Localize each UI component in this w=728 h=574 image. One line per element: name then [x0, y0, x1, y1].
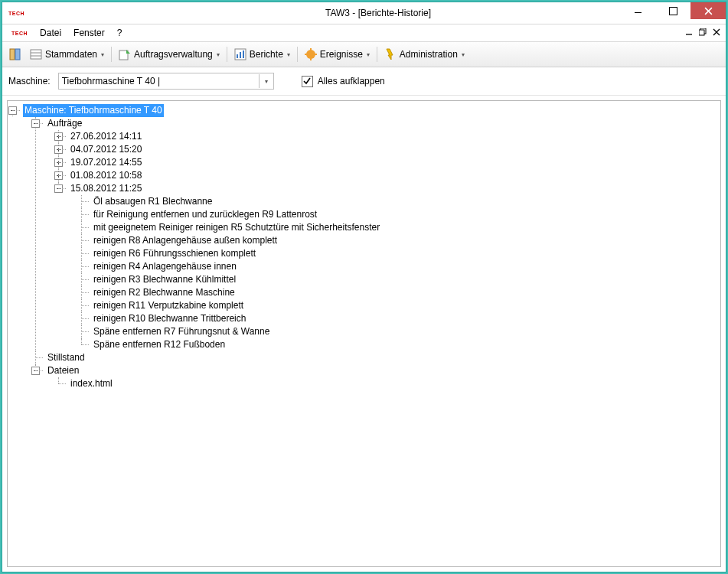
menu-help[interactable]: ?: [111, 25, 129, 41]
toolbar-stammdaten-icon1[interactable]: [5, 46, 25, 63]
mdi-close-button[interactable]: [710, 26, 723, 38]
tree-file[interactable]: index.html: [69, 377, 114, 390]
tree-auftraege[interactable]: Aufträge: [46, 117, 83, 130]
machine-dropdown-button[interactable]: ▾: [259, 74, 273, 88]
machine-combo[interactable]: ▾: [58, 73, 274, 90]
tree-task[interactable]: Öl absaugen R1 Blechwanne: [92, 195, 214, 208]
tree-date[interactable]: 04.07.2012 15:20: [69, 143, 143, 156]
machine-label: Maschine:: [8, 76, 51, 86]
toolbar-administration-label: Administration: [400, 49, 458, 60]
tree-task[interactable]: reinigen R6 Führungsschienen komplett: [92, 247, 257, 260]
toolbar-auftragsverwaltung-label: Auftragsverwaltung: [134, 49, 213, 60]
svg-rect-2: [699, 30, 704, 35]
minimize-button[interactable]: [620, 2, 655, 19]
tree-dateien[interactable]: Dateien: [46, 364, 80, 377]
tree-toggle[interactable]: +: [54, 158, 63, 167]
close-button[interactable]: [690, 2, 726, 19]
app-logo-small: TECH: [5, 31, 34, 36]
tree-task[interactable]: reinigen R2 Blechwanne Maschine: [92, 286, 237, 299]
toolbar-stammdaten-label: Stammdaten: [45, 49, 97, 60]
tree-task[interactable]: reinigen R3 Blechwanne Kühlmittel: [92, 273, 237, 286]
tree-task[interactable]: Späne entfernen R7 Führungsnut & Wanne: [92, 325, 271, 338]
tree-task[interactable]: reinigen R11 Verputzkabine komplett: [92, 299, 245, 312]
tree-task[interactable]: für Reinigung entfernen und zurücklegen …: [92, 208, 318, 221]
svg-point-13: [306, 50, 315, 59]
menu-bar: TECH Datei Fenster ?: [2, 24, 726, 42]
tree-date[interactable]: 27.06.2012 14:11: [69, 130, 143, 143]
title-bar[interactable]: TECH TAW3 - [Berichte-Historie]: [2, 2, 726, 24]
tree-stillstand[interactable]: Stillstand: [46, 351, 87, 364]
tree-task[interactable]: reinigen R8 Anlagengehäuse außen komplet…: [92, 234, 279, 247]
tree-root[interactable]: Maschine: Tiefbohrmaschine T 40: [23, 104, 164, 117]
svg-rect-10: [237, 54, 238, 58]
menu-fenster[interactable]: Fenster: [67, 25, 111, 41]
tree-toggle[interactable]: +: [54, 132, 63, 141]
tree-view[interactable]: − Maschine: Tiefbohrmaschine T 40 − Auft…: [7, 100, 721, 567]
tree-toggle[interactable]: −: [54, 184, 63, 193]
tree-task[interactable]: mit geeignetem Reiniger reinigen R5 Schu…: [92, 221, 381, 234]
svg-rect-5: [31, 50, 41, 59]
tree-date[interactable]: 15.08.2012 11:25: [69, 182, 143, 195]
tree-task[interactable]: reinigen R4 Anlagengehäuse innen: [92, 260, 238, 273]
tree-toggle[interactable]: +: [54, 171, 63, 180]
tree-task[interactable]: reinigen R10 Blechwanne Trittbereich: [92, 312, 247, 325]
filter-row: Maschine: ▾ Alles aufklappen: [2, 67, 726, 96]
machine-input[interactable]: [59, 74, 259, 88]
toolbar-ereignisse[interactable]: Ereignisse▾: [301, 46, 374, 63]
toolbar: Stammdaten▾ Auftragsverwaltung▾ Berichte…: [2, 42, 726, 67]
toolbar-berichte-label: Berichte: [250, 49, 283, 60]
toolbar-berichte[interactable]: Berichte▾: [230, 46, 294, 63]
tree-toggle[interactable]: −: [31, 367, 40, 375]
menu-datei[interactable]: Datei: [34, 25, 67, 41]
tree-toggle[interactable]: −: [8, 106, 17, 115]
toolbar-ereignisse-label: Ereignisse: [320, 49, 363, 60]
maximize-button[interactable]: [655, 2, 690, 19]
expand-all-checkbox[interactable]: Alles aufklappen: [302, 76, 385, 87]
svg-rect-3: [10, 49, 15, 60]
tree-date[interactable]: 01.08.2012 10:58: [69, 169, 143, 182]
toolbar-administration[interactable]: Administration▾: [380, 46, 468, 63]
app-logo: TECH: [2, 11, 31, 16]
expand-all-label: Alles aufklappen: [318, 76, 385, 86]
mdi-restore-button[interactable]: [697, 26, 709, 38]
tree-task[interactable]: Späne entfernen R12 Fußboden: [92, 338, 227, 351]
toolbar-stammdaten[interactable]: Stammdaten▾: [26, 46, 108, 63]
tree-toggle[interactable]: −: [31, 119, 40, 128]
app-window: TECH TAW3 - [Berichte-Historie] TECH Dat…: [2, 2, 726, 572]
toolbar-auftragsverwaltung[interactable]: Auftragsverwaltung▾: [115, 46, 224, 63]
svg-rect-12: [243, 51, 244, 58]
tree-date[interactable]: 19.07.2012 14:55: [69, 156, 143, 169]
svg-rect-4: [15, 49, 20, 60]
mdi-minimize-button[interactable]: [683, 26, 695, 38]
tree-toggle[interactable]: +: [54, 145, 63, 154]
svg-rect-11: [240, 52, 241, 58]
